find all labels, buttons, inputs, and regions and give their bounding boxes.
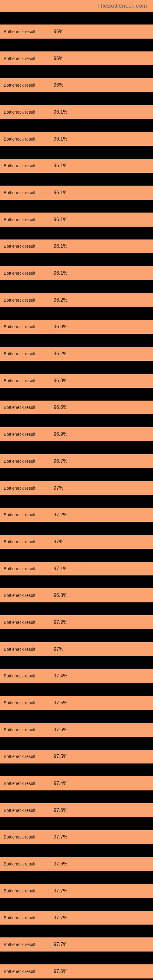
row-gap <box>0 253 153 266</box>
row-gap <box>0 951 153 964</box>
chart-row: Bottleneck result97.7% <box>0 898 153 925</box>
row-bar: Bottleneck result97.6% <box>0 964 153 978</box>
row-bar: Bottleneck result96.8% <box>0 588 153 602</box>
row-gap <box>0 898 153 911</box>
chart-row: Bottleneck result96.3% <box>0 361 153 388</box>
row-value: 96.2% <box>54 351 67 356</box>
row-gap <box>0 924 153 937</box>
row-label: Bottleneck result <box>4 754 46 759</box>
row-value: 97.6% <box>54 808 67 813</box>
row-value: 96% <box>54 56 63 61</box>
row-label: Bottleneck result <box>4 244 46 249</box>
row-gap <box>0 12 153 24</box>
chart-row: Bottleneck result97.7% <box>0 924 153 951</box>
row-value: 96.2% <box>54 298 67 303</box>
row-label: Bottleneck result <box>4 298 46 302</box>
chart-row: Bottleneck result96.1% <box>0 92 153 119</box>
row-value: 96.3% <box>54 378 67 383</box>
row-gap <box>0 307 153 320</box>
row-value: 97.7% <box>54 834 67 840</box>
row-bar: Bottleneck result96% <box>0 78 153 92</box>
row-gap <box>0 227 153 240</box>
row-value: 97.5% <box>54 700 67 706</box>
chart-row: Bottleneck result96.2% <box>0 280 153 307</box>
row-value: 97% <box>54 485 63 491</box>
chart-row: Bottleneck result96.9% <box>0 414 153 441</box>
row-label: Bottleneck result <box>4 969 46 974</box>
row-gap <box>0 361 153 374</box>
row-label: Bottleneck result <box>4 163 46 168</box>
row-label: Bottleneck result <box>4 888 46 893</box>
site-title: TheBottleneck.com <box>97 2 147 9</box>
row-bar: Bottleneck result97.7% <box>0 884 153 898</box>
row-label: Bottleneck result <box>4 110 46 115</box>
row-value: 96.1% <box>54 217 67 222</box>
row-value: 97.7% <box>54 915 67 921</box>
row-label: Bottleneck result <box>4 647 46 652</box>
row-bar: Bottleneck result97% <box>0 535 153 549</box>
row-label: Bottleneck result <box>4 83 46 88</box>
row-label: Bottleneck result <box>4 486 46 491</box>
row-label: Bottleneck result <box>4 620 46 625</box>
row-value: 96.9% <box>54 431 67 437</box>
row-gap <box>0 871 153 884</box>
row-label: Bottleneck result <box>4 29 46 34</box>
row-label: Bottleneck result <box>4 781 46 786</box>
chart-row: Bottleneck result96.1% <box>0 146 153 173</box>
row-gap <box>0 334 153 347</box>
chart-row: Bottleneck result97.6% <box>0 844 153 871</box>
row-bar: Bottleneck result97.7% <box>0 830 153 844</box>
row-bar: Bottleneck result97.5% <box>0 750 153 764</box>
row-label: Bottleneck result <box>4 808 46 813</box>
row-bar: Bottleneck result96.1% <box>0 266 153 280</box>
row-label: Bottleneck result <box>4 593 46 598</box>
row-bar: Bottleneck result97.2% <box>0 508 153 522</box>
row-gap <box>0 468 153 481</box>
chart-row: Bottleneck result97.6% <box>0 791 153 818</box>
row-label: Bottleneck result <box>4 217 46 222</box>
row-bar: Bottleneck result96.1% <box>0 159 153 173</box>
row-bar: Bottleneck result97.2% <box>0 615 153 629</box>
row-label: Bottleneck result <box>4 190 46 195</box>
row-label: Bottleneck result <box>4 56 46 61</box>
chart-row: Bottleneck result96.1% <box>0 200 153 227</box>
row-value: 97.5% <box>54 754 67 759</box>
row-gap <box>0 683 153 696</box>
row-value: 97% <box>54 646 63 652</box>
row-value: 96.1% <box>54 109 67 115</box>
chart-row: Bottleneck result97.1% <box>0 549 153 576</box>
row-gap <box>0 200 153 213</box>
row-value: 96.1% <box>54 136 67 142</box>
row-label: Bottleneck result <box>4 942 46 947</box>
chart-row: Bottleneck result97.2% <box>0 602 153 629</box>
row-label: Bottleneck result <box>4 861 46 866</box>
row-bar: Bottleneck result97.5% <box>0 696 153 710</box>
row-label: Bottleneck result <box>4 835 46 840</box>
row-gap <box>0 737 153 750</box>
row-value: 97.6% <box>54 727 67 733</box>
chart-row: Bottleneck result96.1% <box>0 253 153 280</box>
row-gap <box>0 173 153 186</box>
chart-row: Bottleneck result96.8% <box>0 576 153 602</box>
row-label: Bottleneck result <box>4 432 46 437</box>
chart-row: Bottleneck result96% <box>0 65 153 92</box>
row-label: Bottleneck result <box>4 915 46 920</box>
chart-row: Bottleneck result97.4% <box>0 656 153 683</box>
row-bar: Bottleneck result96.7% <box>0 454 153 468</box>
chart-row: Bottleneck result97.7% <box>0 818 153 844</box>
row-gap <box>0 495 153 508</box>
row-gap <box>0 65 153 78</box>
row-gap <box>0 146 153 159</box>
row-label: Bottleneck result <box>4 673 46 678</box>
row-bar: Bottleneck result96.1% <box>0 213 153 227</box>
chart-rows-container: Bottleneck result96%Bottleneck result96%… <box>0 12 153 978</box>
row-value: 97% <box>54 539 63 544</box>
chart-row: Bottleneck result97.4% <box>0 764 153 791</box>
row-value: 97.7% <box>54 888 67 894</box>
chart-row: Bottleneck result96.1% <box>0 227 153 254</box>
row-value: 96.1% <box>54 190 67 196</box>
row-value: 97.2% <box>54 512 67 517</box>
row-bar: Bottleneck result96.3% <box>0 320 153 334</box>
chart-row: Bottleneck result97.5% <box>0 683 153 710</box>
row-value: 97.7% <box>54 942 67 947</box>
